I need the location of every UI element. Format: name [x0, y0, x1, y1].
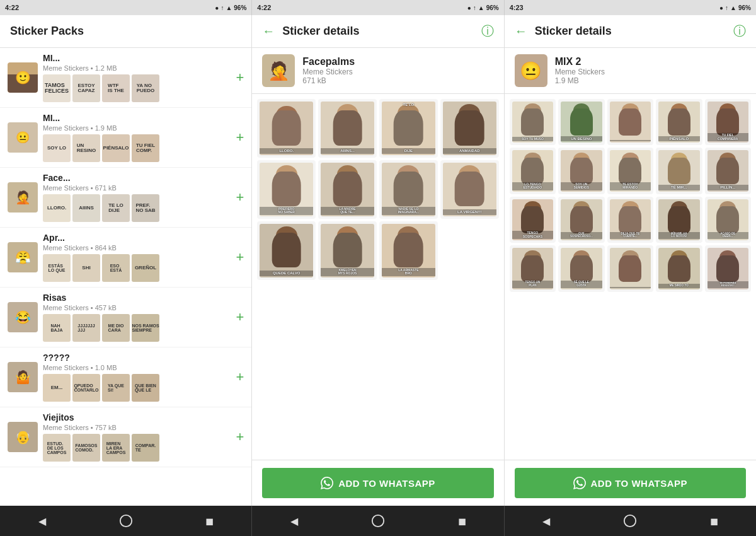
- pack-info: Face... Meme Stickers • 671 kB LLORO. AI…: [43, 173, 231, 222]
- home-nav-button-3[interactable]: [620, 511, 640, 531]
- back-button-1[interactable]: ←: [262, 24, 275, 38]
- pack-thumbs: SOY LO UNRESINO PIÉNSALO TU FIELCOMP.: [43, 134, 231, 162]
- pack-detail-info-2: 😐 MIX 2 Meme Stickers 1.9 MB: [505, 48, 756, 94]
- sticker-item: SOY UNSEMIDIOS: [558, 148, 604, 194]
- stickers-grid-2: SOY TU MUSO UN BESINO: [505, 94, 756, 460]
- pack-thumbnail: 😂: [8, 302, 38, 332]
- add-pack-button[interactable]: +: [236, 69, 244, 86]
- sticker-item: SOY TU MUSO: [510, 99, 556, 145]
- pack-thumb: PREF.NO SAB: [132, 194, 159, 222]
- list-item[interactable]: 😤 Apr... Meme Stickers • 864 kB ESTÁSLO …: [0, 228, 251, 288]
- pack-thumb: NAHBAJA: [43, 314, 71, 342]
- status-bar-2: 4:22 ● ↑ ▲ 96%: [252, 0, 504, 15]
- pack-thumb: WTFIS THE: [102, 74, 130, 102]
- add-to-whatsapp-button-1[interactable]: ADD TO WHATSAPP: [262, 468, 493, 498]
- add-pack-button[interactable]: +: [236, 369, 244, 385]
- sticker-item: LA ARMASTEBRO: [379, 221, 438, 280]
- list-item[interactable]: 😂 Risas Meme Stickers • 457 kB NAHBAJA J…: [0, 288, 251, 347]
- sticker-item: TE LO DIJE: [379, 99, 438, 158]
- sticker-packs-title: Sticker Packs: [10, 25, 84, 38]
- add-pack-button[interactable]: +: [236, 309, 244, 325]
- pack-detail-thumb-1: 🤦: [262, 54, 295, 87]
- list-item[interactable]: 🤷 ????? Meme Stickers • 1.0 MB EM... QPU…: [0, 347, 251, 407]
- add-whatsapp-label-2: ADD TO WHATSAPP: [591, 478, 688, 489]
- sticker-details-header-2: ← Sticker details ⓘ: [505, 15, 756, 48]
- list-item[interactable]: 🙂 MI... Meme Stickers • 1.2 MB TAMOSFELI…: [0, 48, 251, 108]
- sticker-item: [607, 99, 653, 145]
- add-pack-button[interactable]: +: [236, 189, 244, 206]
- pack-thumbs: ESTÁSLO QUE SHI ESOESTÁ GREÑOL: [43, 254, 231, 282]
- add-to-whatsapp-button-2[interactable]: ADD TO WHATSAPP: [515, 468, 746, 498]
- home-nav-button-2[interactable]: [368, 511, 388, 531]
- status-icons-3: ● ↑ ▲ 96%: [719, 4, 751, 11]
- square-nav-button-1[interactable]: ◼: [200, 511, 220, 531]
- pack-meta: Meme Stickers • 1.0 MB: [43, 364, 231, 371]
- sticker-item: TENGO UNPLAN: [510, 245, 556, 291]
- back-nav-button-2[interactable]: ◀: [284, 511, 304, 531]
- add-pack-button[interactable]: +: [236, 129, 244, 146]
- status-bar-1: 4:22 ● ↑ ▲ 96%: [0, 0, 252, 15]
- sticker-item: LA VIRGEN!!!: [440, 160, 499, 219]
- nav-section-2: ◀ ◼: [252, 506, 504, 536]
- pack-thumbs: LLORO. AIIINS TE LODIJE PREF.NO SAB: [43, 194, 231, 222]
- pack-info: MI... Meme Stickers • 1.2 MB TAMOSFELICE…: [43, 53, 231, 102]
- svg-point-1: [372, 515, 384, 527]
- whatsapp-logo-icon-1: [321, 477, 333, 489]
- status-icons-2: ● ↑ ▲ 96%: [467, 4, 499, 11]
- pack-info: MI... Meme Stickers • 1.9 MB SOY LO UNRE…: [43, 113, 231, 162]
- pack-detail-sub-2: Meme Stickers 1.9 MB: [555, 67, 605, 85]
- pack-thumb: QPUEDOCONTARLO: [72, 374, 100, 402]
- pack-thumb: ESTOYCAPAZ: [72, 74, 100, 102]
- back-nav-button-1[interactable]: ◀: [32, 511, 52, 531]
- pack-list: 🙂 MI... Meme Stickers • 1.2 MB TAMOSFELI…: [0, 48, 251, 506]
- home-nav-button-1[interactable]: [116, 511, 136, 531]
- sticker-packs-panel: Sticker Packs 🙂 MI... Meme Stickers • 1.…: [0, 15, 252, 506]
- add-pack-button[interactable]: +: [236, 429, 244, 445]
- pack-thumb: AIIINS: [72, 194, 100, 222]
- pack-detail-thumb-2: 😐: [515, 54, 547, 87]
- pack-thumbnail: 😐: [8, 122, 38, 153]
- pack-name: Viejitos: [43, 412, 231, 422]
- pack-name: Apr...: [43, 233, 231, 243]
- pack-thumb: PIÉNSALO: [102, 134, 130, 162]
- info-icon-2[interactable]: ⓘ: [733, 23, 746, 40]
- pack-thumb: MIRENLA ERACAMPOS: [102, 434, 130, 462]
- list-item[interactable]: 🤦 Face... Meme Stickers • 671 kB LLORO. …: [0, 168, 251, 228]
- pack-name: Risas: [43, 293, 231, 303]
- add-pack-button[interactable]: +: [236, 249, 244, 265]
- square-nav-button-2[interactable]: ◼: [452, 511, 472, 531]
- pack-thumb: TE LODIJE: [102, 194, 130, 222]
- pack-name: Face...: [43, 173, 231, 183]
- back-nav-button-3[interactable]: ◀: [536, 511, 556, 531]
- pack-thumb: QUE BIENQUE LE: [132, 374, 159, 402]
- pack-thumb: COMPAR.TE: [132, 434, 159, 462]
- sticker-item: ME SIRDO YO: [656, 245, 702, 291]
- pack-name: MI...: [43, 113, 231, 123]
- pack-thumb: ESOESTÁ: [102, 254, 130, 282]
- pack-thumbs: NAHBAJA JJJJJJJJJJ ME DIOCARA NOS RAMOSS…: [43, 314, 231, 342]
- nav-section-3: ◀ ◼: [505, 506, 756, 536]
- sticker-item: AIIINS...: [318, 99, 377, 158]
- time-1: 4:22: [5, 4, 19, 11]
- sticker-item: SÉ QUE LEGUSTA: [558, 245, 604, 291]
- pack-detail-info-1: 🤦 Facepalms Meme Stickers 671 kB: [252, 48, 503, 94]
- pack-thumb: UNRESINO: [72, 134, 100, 162]
- list-item[interactable]: 👴 Viejitos Meme Stickers • 757 kB ESTUD.…: [0, 407, 251, 467]
- sticker-item: ANMAIDAD: [440, 99, 499, 158]
- pack-info: Apr... Meme Stickers • 864 kB ESTÁSLO QU…: [43, 233, 231, 282]
- pack-info: Viejitos Meme Stickers • 757 kB ESTUD.DE…: [43, 412, 231, 462]
- pack-detail-sub-1: Meme Stickers 671 kB: [302, 67, 355, 85]
- square-nav-button-3[interactable]: ◼: [704, 511, 724, 531]
- list-item[interactable]: 😐 MI... Meme Stickers • 1.9 MB SOY LO UN…: [0, 108, 251, 168]
- info-icon-1[interactable]: ⓘ: [481, 23, 494, 40]
- pack-meta: Meme Stickers • 1.2 MB: [43, 64, 231, 72]
- sticker-item: ACABO DEDEEN...: [705, 197, 751, 243]
- back-button-2[interactable]: ←: [515, 24, 527, 38]
- sticker-item: NADIE SE LOIMAGINARA...: [379, 160, 438, 219]
- pack-thumb: NOS RAMOSSIEMPRE: [132, 314, 159, 342]
- pack-thumb: EM...: [43, 374, 71, 402]
- pack-thumb: JJJJJJJJJJ: [72, 314, 100, 342]
- sticker-item: MÍRAME HALO NOVOS!: [656, 197, 702, 243]
- pack-detail-name-2: MIX 2: [555, 56, 605, 67]
- sticker-item: PILLÍN...: [705, 148, 751, 194]
